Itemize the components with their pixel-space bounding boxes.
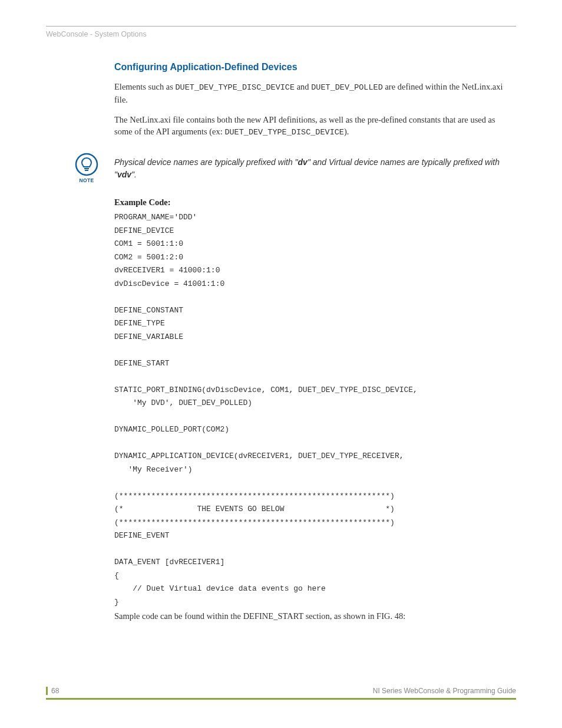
code-inline: DUET_DEV_POLLED: [311, 83, 383, 92]
code-inline: DUET_DEV_TYPE_DISC_DEVICE: [176, 83, 295, 92]
text: Elements such as: [114, 82, 176, 91]
text-bold: vdv: [117, 170, 131, 179]
note-text: Physical device names are typically pref…: [114, 153, 509, 180]
lightbulb-icon: [75, 153, 98, 176]
example-code-heading: Example Code:: [114, 197, 509, 207]
footer-left: 68: [46, 687, 59, 695]
text-bold: dv: [298, 157, 308, 167]
footer-title: NI Series WebConsole & Programming Guide: [373, 687, 516, 695]
note-label: NOTE: [80, 177, 94, 183]
code-block: PROGRAM_NAME='DDD' DEFINE_DEVICE COM1 = …: [114, 211, 509, 609]
text: Physical device names are typically pref…: [114, 157, 298, 167]
section-heading: Configuring Application-Defined Devices: [114, 62, 509, 73]
note-icon-wrap: NOTE: [71, 153, 103, 183]
top-rule: [46, 26, 516, 27]
paragraph-2: The NetLinx.axi file contains both the n…: [114, 114, 509, 139]
page-number: 68: [51, 687, 59, 695]
text: and: [295, 82, 311, 91]
text: ).: [344, 127, 349, 136]
note-callout: NOTE Physical device names are typically…: [71, 153, 509, 183]
footer-bottom-rule: [46, 698, 516, 700]
footer-accent-bar: [46, 687, 48, 695]
paragraph-1: Elements such as DUET_DEV_TYPE_DISC_DEVI…: [114, 81, 509, 106]
code-inline: DUET_DEV_TYPE_DISC_DEVICE: [224, 128, 344, 137]
closing-paragraph: Sample code can be found within the DEFI…: [114, 611, 509, 621]
svg-point-0: [76, 154, 97, 175]
breadcrumb: WebConsole - System Options: [46, 30, 516, 38]
text: ".: [131, 170, 137, 179]
page-footer: 68 NI Series WebConsole & Programming Gu…: [46, 687, 516, 695]
